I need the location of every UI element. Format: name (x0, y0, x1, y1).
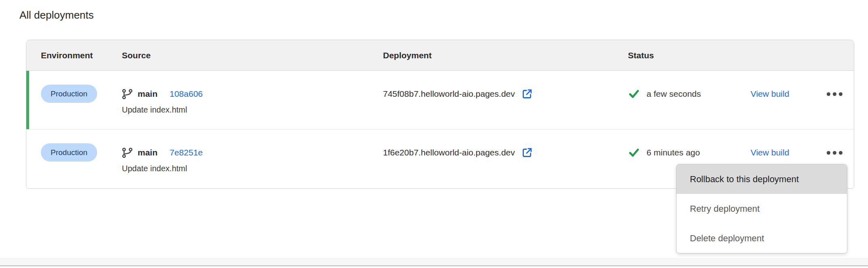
commit-link[interactable]: 7e8251e (170, 148, 203, 157)
view-build-cell: View build (751, 71, 815, 129)
deployment-cell: 745f08b7.helloworld-aio.pages.dev (383, 71, 628, 129)
column-header-status: Status (628, 51, 751, 60)
deployment-age: 6 minutes ago (647, 148, 700, 157)
page-title: All deployments (19, 8, 94, 22)
environment-cell: Production (26, 130, 122, 188)
column-header-environment: Environment (26, 51, 122, 60)
deployment-url: 1f6e20b7.helloworld-aio.pages.dev (383, 148, 515, 157)
deployment-cell: 1f6e20b7.helloworld-aio.pages.dev (383, 130, 628, 188)
view-build-link[interactable]: View build (751, 89, 789, 99)
deployment-age: a few seconds (647, 89, 701, 99)
table-header-row: Environment Source Deployment Status (26, 40, 854, 71)
environment-cell: Production (26, 71, 122, 129)
column-header-deployment: Deployment (383, 51, 628, 60)
menu-item-delete[interactable]: Delete deployment (677, 223, 847, 253)
more-actions-button[interactable] (824, 85, 845, 102)
branch-name: main (138, 89, 157, 99)
ellipsis-icon (827, 92, 830, 96)
git-branch-icon (122, 89, 133, 100)
ellipsis-icon (827, 151, 830, 155)
status-cell: a few seconds (628, 71, 751, 129)
page-footer-divider (0, 258, 868, 265)
success-check-icon (628, 147, 640, 159)
view-build-link[interactable]: View build (751, 148, 789, 157)
commit-message: Update index.html (122, 162, 383, 175)
commit-message: Update index.html (122, 103, 383, 116)
commit-link[interactable]: 108a606 (170, 89, 203, 99)
environment-badge: Production (41, 143, 97, 162)
column-header-source: Source (122, 51, 383, 60)
menu-item-rollback[interactable]: Rollback to this deployment (677, 164, 847, 194)
current-deployment-indicator (26, 71, 29, 129)
git-branch-icon (122, 147, 133, 158)
menu-item-retry[interactable]: Retry deployment (677, 194, 847, 223)
deployment-actions-menu: Rollback to this deployment Retry deploy… (676, 164, 847, 253)
deployment-row: Production main 108a606 Update index.htm… (26, 71, 854, 130)
environment-badge: Production (41, 85, 97, 103)
deployment-url: 745f08b7.helloworld-aio.pages.dev (383, 89, 515, 99)
external-link-icon[interactable] (521, 88, 533, 100)
source-cell: main 108a606 Update index.html (122, 71, 383, 129)
source-cell: main 7e8251e Update index.html (122, 130, 383, 188)
branch-name: main (138, 148, 157, 157)
more-actions-button[interactable] (824, 144, 845, 161)
external-link-icon[interactable] (521, 147, 533, 159)
page-bottom-border (0, 265, 868, 266)
more-actions-cell (815, 71, 854, 129)
success-check-icon (628, 88, 640, 100)
